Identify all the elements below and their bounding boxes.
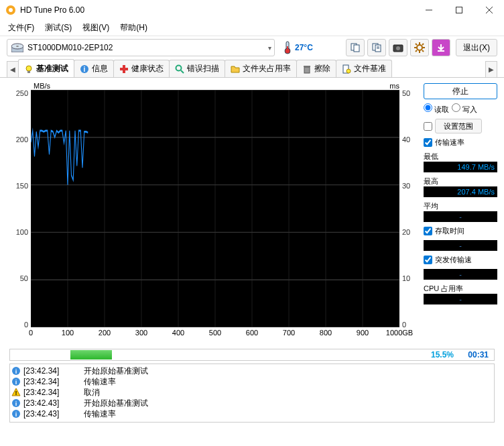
disk-icon [11, 43, 23, 52]
svg-point-1 [9, 8, 13, 12]
trash-icon [302, 64, 312, 74]
svg-rect-38 [304, 67, 310, 73]
transfer-rate-checkbox[interactable] [424, 138, 432, 147]
progress-percent: 15.5% [431, 350, 454, 359]
tab-label: 文件夹占用率 [243, 63, 291, 74]
tab-label: 健康状态 [131, 63, 164, 74]
svg-line-27 [416, 50, 417, 52]
min-value: 149.7 MB/s [424, 162, 497, 172]
tab-label: 擦除 [314, 63, 330, 74]
tab-strip: ◀ 基准测试 i 信息 健康状态 错误扫描 文件夹占用率 擦除 文件基准 ▶ [0, 59, 504, 78]
bulb-icon [24, 64, 34, 74]
info-icon: i [80, 64, 89, 74]
max-value: 207.4 MB/s [424, 186, 497, 197]
log-panel[interactable]: i[23:42.34]开始原始基准测试i[23:42.34]传输速率![23:4… [9, 364, 495, 423]
close-button[interactable] [474, 0, 504, 20]
tab-scroll-left[interactable]: ◀ [7, 61, 19, 77]
access-checkbox[interactable] [424, 227, 432, 235]
tab-label: 基准测试 [36, 63, 68, 74]
svg-text:i: i [15, 411, 17, 418]
y-left-unit: MB/s [34, 82, 50, 90]
svg-text:i: i [15, 400, 17, 407]
drive-name: ST1000DM010-2EP102 [27, 43, 113, 52]
copytext-button[interactable] [367, 39, 386, 56]
svg-point-20 [417, 45, 422, 50]
chart-plot [31, 90, 399, 327]
burst-value: - [424, 269, 497, 280]
tab-health[interactable]: 健康状态 [113, 60, 170, 77]
menubar: 文件(F) 测试(S) 视图(V) 帮助(H) [0, 20, 504, 36]
magnifier-icon [175, 64, 184, 74]
maximize-button[interactable] [444, 0, 474, 20]
range-row: 设置范围 [424, 119, 497, 133]
svg-point-41 [346, 69, 351, 73]
svg-text:i: i [15, 379, 17, 386]
tab-label: 信息 [92, 63, 108, 74]
titlebar: HD Tune Pro 6.00 [0, 0, 504, 20]
svg-text:!: ! [15, 390, 17, 396]
x-axis: 01002003004005006007008009001000GB [31, 329, 399, 341]
rw-radios: 读取 写入 [424, 103, 497, 115]
svg-rect-3 [456, 7, 462, 13]
thermometer-icon [283, 41, 292, 54]
log-row: i[23:42.43]开始原始基准测试 [11, 398, 493, 408]
svg-rect-13 [354, 45, 359, 52]
tab-errorscan[interactable]: 错误扫描 [169, 60, 225, 77]
access-value: - [424, 240, 497, 251]
chevron-down-icon: ▾ [268, 44, 271, 52]
window-controls [414, 0, 504, 20]
y-left-axis: 250 200 150 100 50 0 [7, 83, 31, 327]
svg-rect-11 [287, 46, 288, 51]
menu-test[interactable]: 测试(S) [40, 20, 77, 36]
avg-value: - [424, 211, 497, 222]
svg-line-28 [422, 44, 424, 45]
exit-button[interactable]: 退出(X) [456, 39, 497, 56]
settings-button[interactable] [410, 39, 429, 56]
menu-view[interactable]: 视图(V) [77, 20, 115, 36]
menu-file[interactable]: 文件(F) [3, 20, 40, 36]
tab-erase[interactable]: 擦除 [296, 60, 336, 77]
temperature-display: 27°C [283, 41, 313, 54]
info-icon: i [11, 366, 21, 376]
range-checkbox[interactable] [424, 122, 432, 131]
copy-button[interactable] [346, 39, 365, 56]
svg-line-37 [181, 70, 184, 73]
side-panel: 停止 读取 写入 设置范围 传输速率 最低 149.7 MB/s 最高 207.… [424, 83, 497, 341]
y-right-axis: 50 40 30 20 10 0 [399, 83, 418, 327]
minimize-button[interactable] [414, 0, 444, 20]
tab-scroll-right[interactable]: ▶ [485, 61, 497, 77]
stop-button[interactable]: 停止 [424, 83, 497, 99]
tab-file-benchmark[interactable]: 文件基准 [336, 60, 392, 77]
screenshot-button[interactable] [389, 39, 407, 56]
burst-checkbox[interactable] [424, 256, 432, 264]
progress-fill [70, 350, 112, 359]
write-radio[interactable]: 写入 [452, 103, 477, 115]
tab-label: 文件基准 [354, 63, 386, 74]
svg-text:i: i [15, 368, 17, 375]
tab-info[interactable]: i 信息 [74, 60, 114, 77]
cpu-value: - [424, 294, 497, 304]
chart-container: MB/s ms 250 200 150 100 50 0 50 40 30 20… [7, 83, 418, 341]
menu-help[interactable]: 帮助(H) [115, 20, 153, 36]
save-button[interactable] [432, 39, 450, 56]
read-radio[interactable]: 读取 [424, 103, 449, 115]
svg-point-30 [26, 66, 32, 71]
info-icon: i [11, 398, 21, 408]
info-icon: i [11, 409, 21, 419]
elapsed-time: 00:31 [468, 350, 489, 359]
filebench-icon [342, 64, 351, 74]
log-row: i[23:42.34]传输速率 [11, 376, 493, 387]
svg-rect-35 [120, 68, 128, 70]
set-range-button[interactable]: 设置范围 [435, 119, 482, 133]
tab-folder-usage[interactable]: 文件夹占用率 [225, 60, 297, 77]
temperature-value: 27°C [295, 43, 313, 52]
log-row: ![23:42.34]取消 [11, 387, 493, 398]
tab-label: 错误扫描 [187, 63, 219, 74]
drive-select[interactable]: ST1000DM010-2EP102 ▾ [7, 39, 275, 56]
tab-benchmark[interactable]: 基准测试 [18, 59, 74, 78]
log-row: i[23:42.43]传输速率 [11, 408, 493, 419]
svg-text:i: i [84, 66, 86, 73]
toolbar: ST1000DM010-2EP102 ▾ 27°C 退出(X) [0, 36, 504, 59]
svg-point-36 [176, 65, 182, 70]
svg-point-19 [396, 46, 400, 50]
